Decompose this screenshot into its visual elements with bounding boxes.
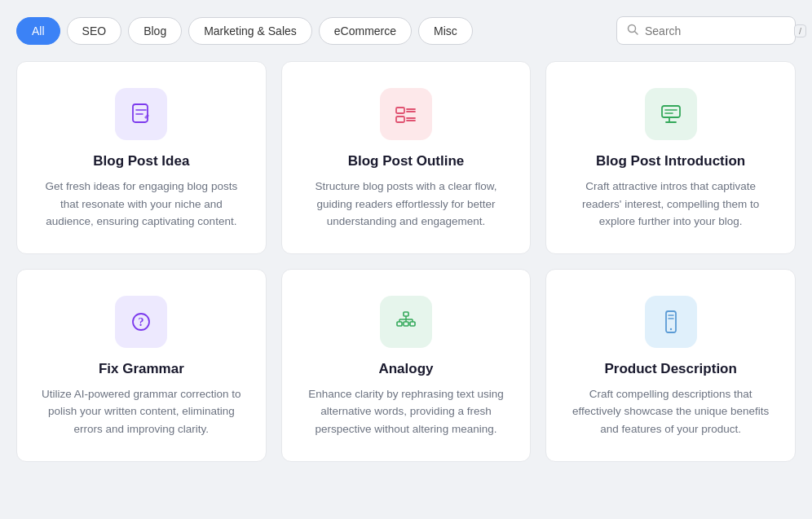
card-fix-grammar[interactable]: ? Fix Grammar Utilize AI-powered grammar… bbox=[16, 269, 267, 462]
card-title-analogy: Analogy bbox=[378, 361, 433, 377]
card-desc-analogy: Enhance clarity by rephrasing text using… bbox=[305, 385, 508, 438]
card-icon-blog-post-outline bbox=[380, 88, 432, 140]
search-shortcut: / bbox=[794, 24, 806, 37]
card-desc-product-description: Craft compelling descriptions that effec… bbox=[569, 385, 772, 438]
svg-rect-11 bbox=[662, 106, 680, 117]
card-title-blog-post-outline: Blog Post Outline bbox=[348, 153, 465, 169]
card-title-product-description: Product Description bbox=[604, 361, 736, 377]
svg-rect-8 bbox=[396, 117, 404, 122]
card-product-description[interactable]: Product Description Craft compelling des… bbox=[545, 269, 796, 462]
svg-rect-26 bbox=[410, 322, 415, 326]
filter-tabs: All SEO Blog Marketing & Sales eCommerce… bbox=[16, 17, 473, 45]
tab-marketing-sales[interactable]: Marketing & Sales bbox=[188, 17, 312, 45]
card-blog-post-idea[interactable]: Blog Post Idea Get fresh ideas for engag… bbox=[16, 61, 267, 254]
card-title-blog-post-introduction: Blog Post Introduction bbox=[596, 153, 745, 169]
tab-misc[interactable]: Misc bbox=[418, 17, 473, 45]
tab-all[interactable]: All bbox=[16, 17, 60, 45]
card-title-fix-grammar: Fix Grammar bbox=[99, 361, 184, 377]
card-title-blog-post-idea: Blog Post Idea bbox=[93, 153, 189, 169]
svg-line-1 bbox=[635, 32, 638, 35]
card-desc-blog-post-introduction: Craft attractive intros that captivate r… bbox=[569, 178, 772, 231]
card-desc-blog-post-idea: Get fresh ideas for engaging blog posts … bbox=[40, 178, 243, 231]
card-desc-blog-post-outline: Structure blog posts with a clear flow, … bbox=[305, 178, 508, 231]
card-icon-blog-post-idea bbox=[115, 88, 167, 140]
card-icon-blog-post-introduction bbox=[645, 88, 697, 140]
svg-point-30 bbox=[669, 328, 671, 330]
card-analogy[interactable]: Analogy Enhance clarity by rephrasing te… bbox=[281, 269, 532, 462]
tab-seo[interactable]: SEO bbox=[67, 17, 122, 45]
card-desc-fix-grammar: Utilize AI-powered grammar correction to… bbox=[40, 385, 243, 438]
svg-rect-18 bbox=[404, 312, 408, 316]
card-blog-post-outline[interactable]: Blog Post Outline Structure blog posts w… bbox=[281, 61, 532, 254]
card-icon-fix-grammar: ? bbox=[115, 296, 167, 348]
search-input[interactable] bbox=[645, 24, 788, 37]
card-icon-product-description bbox=[645, 296, 697, 348]
search-icon bbox=[627, 24, 638, 37]
svg-rect-24 bbox=[397, 322, 402, 326]
card-blog-post-introduction[interactable]: Blog Post Introduction Craft attractive … bbox=[545, 61, 796, 254]
tab-blog[interactable]: Blog bbox=[128, 17, 182, 45]
svg-text:?: ? bbox=[139, 316, 144, 328]
svg-rect-2 bbox=[133, 104, 148, 122]
search-box: / bbox=[616, 16, 796, 45]
top-bar: All SEO Blog Marketing & Sales eCommerce… bbox=[16, 16, 796, 45]
cards-grid: Blog Post Idea Get fresh ideas for engag… bbox=[16, 61, 796, 462]
svg-rect-5 bbox=[396, 108, 404, 113]
tab-ecommerce[interactable]: eCommerce bbox=[319, 17, 412, 45]
svg-rect-25 bbox=[404, 322, 408, 326]
card-icon-analogy bbox=[380, 296, 432, 348]
